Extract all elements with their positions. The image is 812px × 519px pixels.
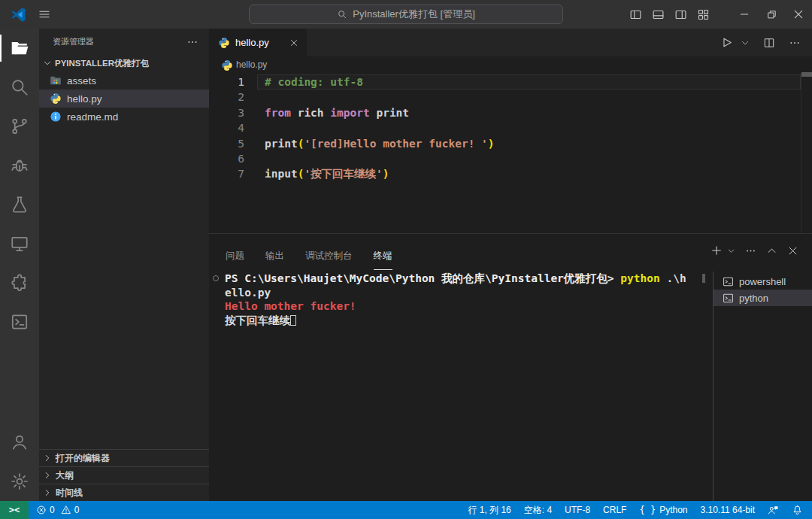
terminal-tabs-list: powershellpython [713,272,812,501]
code-editor[interactable]: 1# coding: utf-823from rich import print… [209,73,812,232]
toggle-panel-icon[interactable] [647,0,669,29]
remote-indicator[interactable]: >< [0,501,29,519]
problems-status[interactable]: 0 0 [36,505,79,515]
window-close-button[interactable] [785,0,812,29]
command-center-search[interactable]: PyInstaller优雅打包 [管理员] [249,5,563,24]
chevron-down-icon [42,58,53,68]
command-decoration-icon[interactable] [213,275,219,281]
terminal-tab-python[interactable]: python [714,290,812,306]
terminal-tab-powershell[interactable]: powershell [714,273,812,290]
line-number: 6 [209,151,244,166]
window-restore-button[interactable] [758,0,785,29]
activity-remote-explorer-icon[interactable] [0,224,39,263]
activity-bar [0,29,39,501]
testing-icon [10,195,29,214]
assets-folder-icon [50,74,62,86]
sidebar-section-打开的编辑器[interactable]: 打开的编辑器 [39,449,209,466]
editor-tab-bar: hello.py [209,29,812,56]
split-editor-icon[interactable] [761,35,777,51]
terminal-line-4: 按下回车继续 [209,314,713,328]
sidebar-section-时间线[interactable]: 时间线 [39,484,209,501]
activity-explorer-icon[interactable] [0,29,39,68]
feedback-icon[interactable] [768,505,779,516]
sidebar-section-大纲[interactable]: 大纲 [39,466,209,484]
warning-icon [61,505,71,515]
activity-settings-gear-icon[interactable] [0,462,39,501]
python-icon [221,59,232,70]
terminal-activity-icon [10,312,29,332]
customize-layout-icon[interactable] [692,0,714,29]
indentation-status[interactable]: 空格: 4 [524,504,552,517]
remote-explorer-icon [10,234,29,253]
window-minimize-button[interactable] [731,0,758,29]
workspace-folder-header[interactable]: PYINSTALLER优雅打包 [39,55,209,71]
close-panel-icon[interactable] [787,245,798,256]
activity-extensions-icon[interactable] [0,263,39,302]
editor-more-actions-icon[interactable] [786,35,803,51]
vscode-logo-icon [10,6,27,23]
eol-status[interactable]: CRLF [603,505,626,515]
menu-hamburger-icon[interactable] [38,8,51,21]
chevron-right-icon [42,453,53,463]
activity-testing-icon[interactable] [0,185,39,224]
file-row-assets[interactable]: assets [39,71,209,90]
code-line-1: 1# coding: utf-8 [209,74,812,90]
new-terminal-icon[interactable] [710,244,723,256]
editor-region: hello.py hello.py 1# coding: utf-823from… [209,29,812,501]
code-line-6: 6 [209,151,812,166]
file-row-hello-py[interactable]: hello.py [39,90,209,108]
line-number: 2 [209,90,244,105]
panel-tab-终端[interactable]: 终端 [374,250,392,270]
code-line-2: 2 [209,90,812,105]
run-python-file-icon[interactable] [718,34,735,51]
file-row-readme-md[interactable]: readme.md [39,108,209,126]
editor-scrollbar-thumb[interactable] [801,72,812,77]
activity-search-icon[interactable] [0,68,39,107]
python-icon [218,37,230,49]
activity-terminal-activity-icon[interactable] [0,302,39,341]
line-number: 3 [209,105,244,120]
activity-source-control-icon[interactable] [0,107,39,146]
activity-debug-icon[interactable] [0,146,39,185]
encoding-status[interactable]: UTF-8 [565,505,590,515]
maximize-panel-icon[interactable] [766,245,777,256]
braces-icon: { } [639,505,656,515]
breadcrumb[interactable]: hello.py [209,56,812,73]
terminal-line-2: ello.py [209,286,713,300]
terminal-output[interactable]: PS C:\Users\Haujet\MyCode\Python 我的仓库\Py… [209,272,713,501]
command-center-text: PyInstaller优雅打包 [管理员] [353,8,475,21]
settings-gear-icon [10,472,29,491]
notifications-bell-icon[interactable] [792,505,803,516]
tab-label: hello.py [235,37,269,48]
line-number: 4 [209,120,244,135]
python-interpreter-status[interactable]: 3.10.11 64-bit [701,505,756,515]
terminal-line-1: PS C:\Users\Haujet\MyCode\Python 我的仓库\Py… [209,272,713,286]
line-number: 5 [209,136,244,151]
tab-close-icon[interactable] [289,38,299,48]
panel-tab-输出[interactable]: 输出 [265,250,284,270]
extensions-icon [10,273,29,293]
terminal-line-3: Hello mother fucker! [209,299,713,314]
toggle-sidebar-icon[interactable] [624,0,647,29]
account-icon [10,432,29,452]
chevron-right-icon [42,470,53,481]
terminal-profile-chevron-icon[interactable] [727,247,735,255]
panel-more-actions-icon[interactable] [745,245,756,256]
terminal-scrollbar-thumb[interactable] [702,274,705,283]
panel-tab-调试控制台[interactable]: 调试控制台 [305,250,353,270]
activity-account-icon[interactable] [0,423,39,462]
terminal-item-icon [723,293,734,304]
explorer-more-actions-icon[interactable] [186,36,198,48]
search-icon [10,77,29,97]
cursor-position-status[interactable]: 行 1, 列 16 [468,504,511,517]
tab-hello-py[interactable]: hello.py [209,29,307,56]
toggle-secondary-sidebar-icon[interactable] [669,0,692,29]
line-number: 7 [209,166,244,181]
run-dropdown-chevron-icon[interactable] [738,36,752,50]
chevron-right-icon [42,487,53,498]
python-icon [50,93,62,105]
workspace-folder-name: PYINSTALLER优雅打包 [55,58,149,69]
language-mode-status[interactable]: { } Python [639,505,687,515]
terminal-label: python [739,293,768,304]
panel-tab-问题[interactable]: 问题 [226,250,244,270]
